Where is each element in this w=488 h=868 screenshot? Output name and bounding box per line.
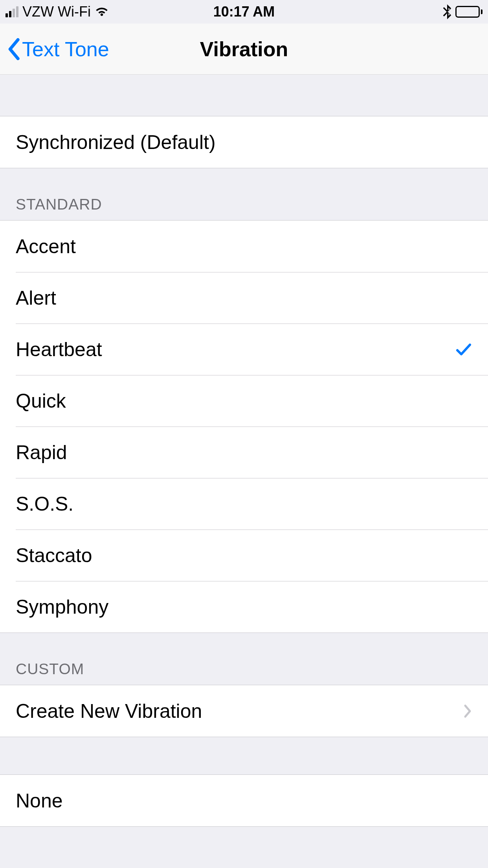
signal-strength-icon <box>6 6 18 17</box>
option-label: Heartbeat <box>16 338 455 361</box>
chevron-left-icon <box>7 38 20 60</box>
option-label: S.O.S. <box>16 493 472 515</box>
default-group: Synchronized (Default) <box>0 116 488 168</box>
standard-group: AccentAlertHeartbeatQuickRapidS.O.S.Stac… <box>0 220 488 633</box>
bluetooth-icon <box>443 4 451 19</box>
custom-group: Create New Vibration <box>0 685 488 737</box>
section-header-custom: CUSTOM <box>0 660 488 685</box>
battery-icon <box>455 6 482 18</box>
page-title: Vibration <box>200 37 288 61</box>
carrier-label: VZW Wi-Fi <box>22 4 91 20</box>
content-scroll[interactable]: Synchronized (Default) STANDARD AccentAl… <box>0 75 488 868</box>
vibration-option-symphony[interactable]: Symphony <box>0 581 488 633</box>
option-label: Alert <box>16 287 472 309</box>
option-label: Rapid <box>16 441 472 464</box>
clock: 10:17 AM <box>213 4 275 20</box>
none-group: None <box>0 774 488 827</box>
wifi-icon <box>95 6 109 17</box>
checkmark-icon <box>455 341 472 358</box>
section-header-standard: STANDARD <box>0 196 488 220</box>
option-label: Accent <box>16 235 472 258</box>
vibration-option-synchronized[interactable]: Synchronized (Default) <box>0 116 488 168</box>
create-new-vibration[interactable]: Create New Vibration <box>0 685 488 737</box>
option-label: Symphony <box>16 596 472 618</box>
vibration-option-alert[interactable]: Alert <box>0 272 488 324</box>
back-button[interactable]: Text Tone <box>7 37 109 61</box>
option-label: None <box>16 789 472 812</box>
vibration-option-quick[interactable]: Quick <box>0 375 488 427</box>
option-label: Create New Vibration <box>16 700 463 723</box>
option-label: Synchronized (Default) <box>16 131 472 154</box>
status-bar: VZW Wi-Fi 10:17 AM <box>0 0 488 24</box>
vibration-option-heartbeat[interactable]: Heartbeat <box>0 324 488 375</box>
vibration-option-none[interactable]: None <box>0 775 488 826</box>
chevron-right-icon <box>463 703 472 719</box>
vibration-option-staccato[interactable]: Staccato <box>0 530 488 581</box>
vibration-option-s-o-s[interactable]: S.O.S. <box>0 478 488 530</box>
vibration-option-rapid[interactable]: Rapid <box>0 427 488 478</box>
vibration-option-accent[interactable]: Accent <box>0 221 488 272</box>
option-label: Quick <box>16 390 472 412</box>
nav-bar: Text Tone Vibration <box>0 24 488 75</box>
back-label: Text Tone <box>22 37 109 61</box>
option-label: Staccato <box>16 544 472 567</box>
